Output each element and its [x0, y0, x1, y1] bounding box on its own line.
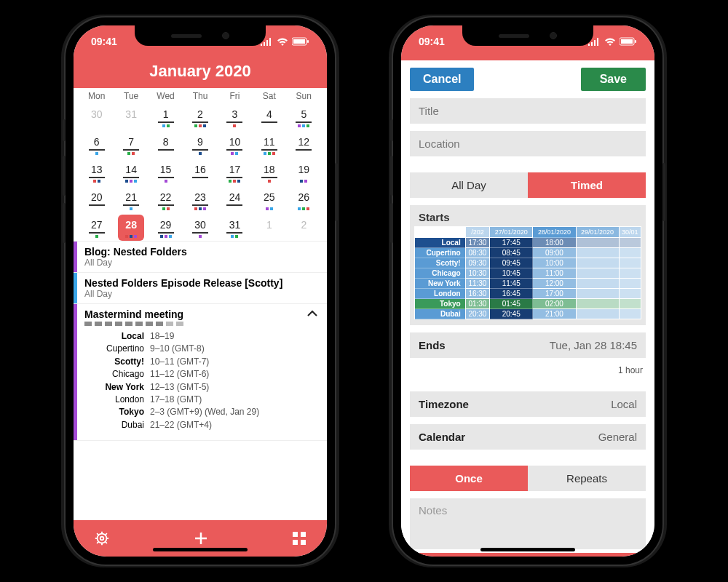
calendar-day[interactable]: 1 — [252, 213, 286, 241]
calendar-day[interactable]: 17 — [218, 158, 252, 186]
seg-once[interactable]: Once — [410, 466, 528, 491]
calendar-day[interactable]: 14 — [114, 158, 148, 186]
calendar-day[interactable]: 18 — [252, 158, 286, 186]
calendar-day[interactable]: 24 — [218, 186, 252, 213]
notes-field[interactable]: Notes — [410, 498, 646, 549]
timezone-row[interactable]: Timezone Local — [410, 391, 646, 417]
calendar-day[interactable]: 30 — [79, 103, 114, 130]
calendar-day[interactable]: 1 — [149, 103, 183, 130]
svg-rect-21 — [635, 40, 636, 43]
location-field[interactable]: Location — [410, 131, 646, 156]
event-subtitle: All Day — [84, 289, 320, 299]
calendar-day[interactable]: 2 — [183, 103, 217, 130]
home-indicator[interactable] — [153, 548, 248, 551]
seg-repeats[interactable]: Repeats — [528, 466, 646, 491]
status-time: 09:41 — [91, 36, 117, 47]
once-repeats-toggle[interactable]: Once Repeats — [410, 466, 646, 491]
allday-timed-toggle[interactable]: All Day Timed — [410, 172, 646, 198]
calendar-day[interactable]: 7 — [114, 130, 148, 158]
calendar-day[interactable]: 9 — [183, 130, 217, 158]
calendar-grid[interactable]: 3031123456789101112131415161718192021222… — [74, 103, 327, 241]
calendar-day[interactable]: 4 — [252, 103, 286, 130]
calendar-day[interactable]: 10 — [218, 130, 252, 158]
calendar-row[interactable]: Calendar General — [410, 424, 646, 450]
calendar-day[interactable]: 29 — [149, 213, 183, 241]
event-title: Mastermind meeting — [84, 308, 299, 320]
plus-icon[interactable] — [192, 530, 210, 547]
phone-right: 09:41 Cancel Save Title Location All Day… — [393, 17, 662, 565]
calendar-day[interactable]: 15 — [149, 158, 183, 186]
svg-rect-17 — [293, 540, 298, 545]
seg-allday[interactable]: All Day — [410, 172, 528, 198]
event-title: Blog: Nested Folders — [84, 246, 320, 258]
calendar-day[interactable]: 11 — [252, 130, 286, 158]
event-detail[interactable]: Mastermind meeting Local18–19Cupertino9–… — [74, 304, 327, 441]
status-time: 09:41 — [419, 36, 445, 47]
calendar-day[interactable]: 5 — [287, 103, 321, 130]
calendar-day[interactable]: 12 — [287, 130, 321, 158]
month-title[interactable]: January 2020 — [74, 57, 327, 88]
svg-point-4 — [100, 537, 104, 541]
calendar-day[interactable]: 26 — [287, 186, 321, 213]
svg-line-12 — [106, 533, 107, 535]
svg-line-10 — [106, 542, 107, 543]
save-button[interactable]: Save — [581, 68, 646, 91]
calendar-day[interactable]: 23 — [183, 186, 217, 213]
calendar-day[interactable]: 3 — [218, 103, 252, 130]
calendar-day[interactable]: 25 — [252, 186, 286, 213]
status-icons — [587, 37, 637, 46]
event-title: Nested Folders Episode Release [Scotty] — [84, 277, 320, 289]
svg-line-11 — [97, 542, 98, 543]
event-list: Blog: Nested Folders All Day Nested Fold… — [74, 241, 327, 441]
event-item[interactable]: Nested Folders Episode Release [Scotty] … — [74, 273, 327, 304]
phone-left: 09:41 January 2020 MonTueWedThuFriSatSun… — [66, 17, 335, 565]
svg-rect-15 — [293, 532, 298, 537]
svg-rect-18 — [301, 540, 306, 545]
event-subtitle: All Day — [84, 258, 320, 268]
calendar-day[interactable]: 2 — [287, 213, 321, 241]
gear-icon[interactable] — [94, 530, 110, 546]
calendar-day[interactable]: 30 — [183, 213, 217, 241]
calendar-day[interactable]: 27 — [79, 213, 114, 241]
grid-icon[interactable] — [292, 531, 306, 546]
svg-rect-16 — [301, 532, 306, 537]
calendar-day[interactable]: 20 — [79, 186, 114, 213]
calendar-day[interactable]: 6 — [79, 130, 114, 158]
calendar-day[interactable]: 22 — [149, 186, 183, 213]
calendar-day[interactable]: 19 — [287, 158, 321, 186]
event-item[interactable]: Blog: Nested Folders All Day — [74, 242, 327, 273]
svg-rect-20 — [621, 39, 633, 44]
status-icons — [260, 37, 309, 46]
weekday-header: MonTueWedThuFriSatSun — [74, 88, 327, 103]
cancel-button[interactable]: Cancel — [410, 68, 474, 91]
calendar-day[interactable]: 8 — [149, 130, 183, 158]
svg-rect-1 — [293, 39, 305, 44]
duration-label: 1 hour — [410, 365, 646, 375]
title-field[interactable]: Title — [410, 98, 646, 124]
svg-line-9 — [97, 533, 98, 535]
timezone-dots — [84, 320, 299, 329]
calendar-day[interactable]: 31 — [114, 103, 148, 130]
calendar-day[interactable]: 16 — [183, 158, 217, 186]
seg-timed[interactable]: Timed — [528, 172, 646, 198]
home-indicator[interactable] — [480, 548, 575, 551]
starts-block[interactable]: Starts /20227/01/202028/01/202029/01/202… — [410, 205, 646, 325]
calendar-day[interactable]: 31 — [218, 213, 252, 241]
calendar-day[interactable]: 13 — [79, 158, 114, 186]
ends-row[interactable]: Ends Tue, Jan 28 18:45 — [410, 332, 646, 358]
chevron-up-icon[interactable] — [306, 304, 327, 440]
svg-rect-2 — [307, 40, 309, 43]
svg-point-3 — [98, 534, 107, 543]
calendar-day[interactable]: 28 — [114, 213, 148, 241]
calendar-day[interactable]: 21 — [114, 186, 148, 213]
